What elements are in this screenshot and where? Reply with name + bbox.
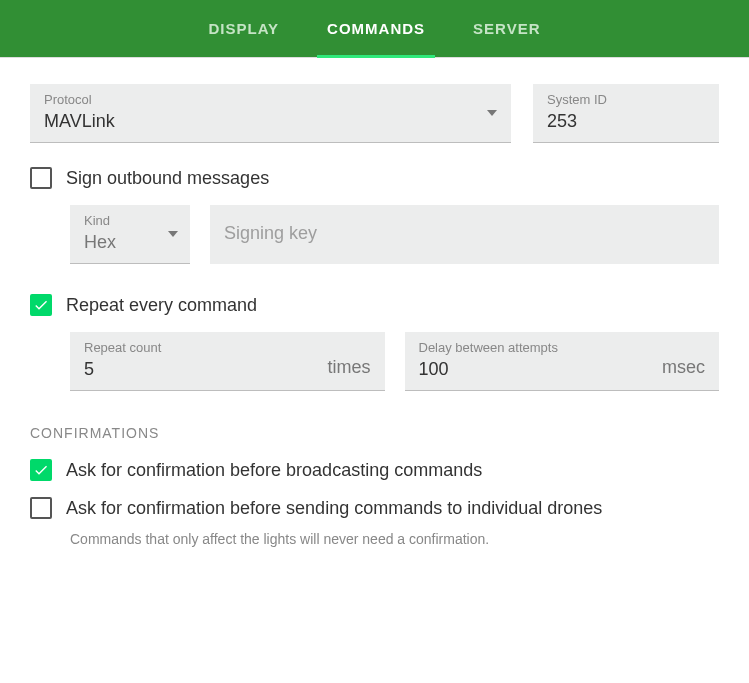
confirmations-header: CONFIRMATIONS xyxy=(30,425,719,441)
chevron-down-icon xyxy=(487,110,497,116)
system-id-label: System ID xyxy=(547,92,705,107)
confirm-broadcast-checkbox[interactable] xyxy=(30,459,52,481)
kind-label: Kind xyxy=(84,213,176,228)
tab-commands[interactable]: COMMANDS xyxy=(323,0,429,58)
sign-checkbox[interactable] xyxy=(30,167,52,189)
confirmations-help: Commands that only affect the lights wil… xyxy=(70,531,719,547)
kind-value: Hex xyxy=(84,232,176,253)
delay-value: 100 xyxy=(419,359,650,380)
sign-label: Sign outbound messages xyxy=(66,168,269,189)
system-id-field[interactable]: System ID 253 xyxy=(533,84,719,143)
repeat-count-value: 5 xyxy=(84,359,315,380)
protocol-label: Protocol xyxy=(44,92,497,107)
signing-key-placeholder: Signing key xyxy=(224,223,317,244)
delay-field[interactable]: Delay between attempts 100 msec xyxy=(405,332,720,391)
delay-suffix: msec xyxy=(662,357,705,378)
tab-display[interactable]: DISPLAY xyxy=(204,0,283,58)
tab-server[interactable]: SERVER xyxy=(469,0,544,58)
repeat-count-label: Repeat count xyxy=(84,340,315,355)
check-icon xyxy=(33,297,49,313)
confirm-individual-checkbox[interactable] xyxy=(30,497,52,519)
kind-select[interactable]: Kind Hex xyxy=(70,205,190,264)
repeat-count-field[interactable]: Repeat count 5 times xyxy=(70,332,385,391)
check-icon xyxy=(33,462,49,478)
repeat-checkbox[interactable] xyxy=(30,294,52,316)
repeat-count-suffix: times xyxy=(327,357,370,378)
protocol-select[interactable]: Protocol MAVLink xyxy=(30,84,511,143)
system-id-value: 253 xyxy=(547,111,705,132)
confirm-broadcast-label: Ask for confirmation before broadcasting… xyxy=(66,460,482,481)
tab-bar: DISPLAY COMMANDS SERVER xyxy=(0,0,749,58)
repeat-label: Repeat every command xyxy=(66,295,257,316)
signing-key-input[interactable]: Signing key xyxy=(210,205,719,264)
protocol-value: MAVLink xyxy=(44,111,497,132)
confirm-individual-label: Ask for confirmation before sending comm… xyxy=(66,498,602,519)
content: Protocol MAVLink System ID 253 Sign outb… xyxy=(0,58,749,573)
chevron-down-icon xyxy=(168,231,178,237)
delay-label: Delay between attempts xyxy=(419,340,650,355)
